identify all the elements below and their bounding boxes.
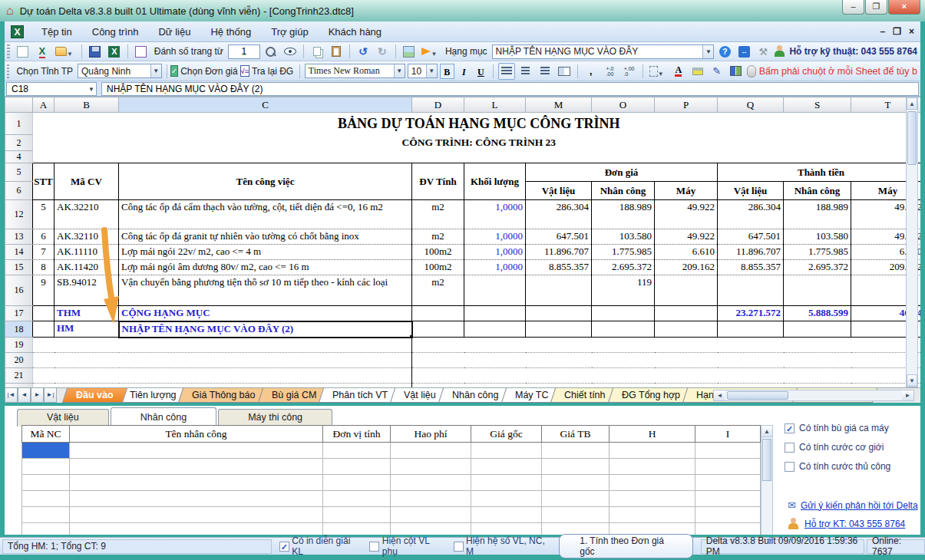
cell-tt-nc[interactable]: 103.580 xyxy=(784,229,851,245)
cell-tt-vl[interactable]: 8.855.357 xyxy=(718,260,784,275)
scroll-up-icon[interactable]: ▲ xyxy=(907,97,917,110)
cell-empty[interactable] xyxy=(471,443,542,459)
page-number-input[interactable] xyxy=(228,44,260,59)
cell-unit[interactable]: m2 xyxy=(412,275,464,306)
column-header-A[interactable]: A xyxy=(33,97,55,113)
fill-handle[interactable] xyxy=(409,334,412,338)
italic-button[interactable]: I xyxy=(457,64,471,79)
page-setup-button[interactable] xyxy=(133,43,150,60)
col-h[interactable]: H xyxy=(610,426,695,443)
row-header[interactable]: 4 xyxy=(5,151,33,163)
cell-empty[interactable] xyxy=(70,475,323,491)
col-don-vi-tinh[interactable]: Đơn vị tính xyxy=(323,426,391,443)
header-dg-vat-lieu[interactable]: Vật liệu xyxy=(526,182,592,200)
cell-empty[interactable] xyxy=(695,475,761,491)
header-tt-vat-lieu[interactable]: Vật liệu xyxy=(718,182,784,200)
cell-dg-may[interactable] xyxy=(655,275,718,306)
cell-ma-cv[interactable]: AK.32110 xyxy=(55,229,119,245)
cell-stt[interactable]: 8 xyxy=(33,260,55,275)
row-header[interactable]: 19 xyxy=(5,338,33,353)
export-excel-button[interactable]: X xyxy=(34,43,51,60)
cell-empty[interactable] xyxy=(412,321,464,338)
support-link[interactable]: Hỗ trợ KT: 043 555 8764 xyxy=(804,519,905,529)
decrease-decimal-button[interactable]: +.00.0 xyxy=(621,63,638,80)
cell-stt[interactable]: 9 xyxy=(33,275,55,306)
scrollbar-thumb[interactable] xyxy=(727,391,788,400)
chevron-down-icon[interactable]: ▼ xyxy=(702,45,713,58)
cell-cong-hang-muc[interactable]: CỘNG HẠNG MỤC xyxy=(119,306,412,321)
cell-total-nc[interactable]: 5.888.599 xyxy=(784,306,851,321)
cell-empty[interactable] xyxy=(542,459,610,475)
cell-stt[interactable]: 6 xyxy=(33,229,55,245)
row-header[interactable]: 14 xyxy=(5,245,33,260)
cell-dg-may[interactable]: 49.922 xyxy=(655,229,718,245)
cell-empty[interactable] xyxy=(526,306,592,321)
view-button[interactable] xyxy=(282,43,299,60)
cell-empty[interactable] xyxy=(33,353,119,368)
cell-empty[interactable] xyxy=(471,491,542,507)
tools-button[interactable]: ⚒ xyxy=(755,43,771,60)
borders-button[interactable]: ▼ xyxy=(647,63,667,80)
status-option-he-so[interactable]: Hiện hệ số VL, NC, M xyxy=(448,539,552,554)
labor-table-scrollbar[interactable]: ▲ xyxy=(761,425,773,535)
tab-gia-thong-bao[interactable]: Giá Thông báo xyxy=(178,388,269,403)
cell-ten[interactable]: Lợp mái ngói 22v/ m2, cao <= 4 m xyxy=(119,245,412,260)
menu-help[interactable]: Trợ giúp xyxy=(261,23,319,41)
cell-dg-nc[interactable]: 2.695.372 xyxy=(592,260,655,275)
formula-input[interactable]: NHẬP TÊN HẠNG MỤC VÀO ĐÂY (2) xyxy=(101,82,919,96)
sheet-subtitle-cell[interactable]: CÔNG TRÌNH: CÔNG TRÌNH 23 xyxy=(33,135,921,151)
cell-empty[interactable] xyxy=(22,523,70,535)
save-button[interactable] xyxy=(87,43,104,60)
cell-unit[interactable]: 100m2 xyxy=(412,245,464,260)
copy-button[interactable] xyxy=(309,43,325,60)
cell-empty[interactable] xyxy=(323,443,391,459)
cell-tt-nc[interactable]: 188.989 xyxy=(784,200,851,229)
cell-empty[interactable] xyxy=(610,491,695,507)
cell-empty[interactable] xyxy=(391,507,471,523)
column-header-L[interactable]: L xyxy=(464,97,526,113)
menu-customer[interactable]: Khách hàng xyxy=(319,23,391,41)
cell-ten[interactable]: Vận chuyển bằng phương tiện thô sơ 10 m … xyxy=(119,275,412,306)
row-header[interactable]: 20 xyxy=(5,353,33,368)
cell-empty[interactable] xyxy=(784,321,851,338)
cell-empty[interactable] xyxy=(542,491,610,507)
column-header-S[interactable]: S xyxy=(784,97,851,113)
row-header[interactable]: 13 xyxy=(5,229,33,245)
excel-button[interactable]: X xyxy=(106,43,123,60)
align-left-button[interactable] xyxy=(498,63,515,80)
cell-tt-vl[interactable] xyxy=(718,275,784,306)
cell-empty[interactable] xyxy=(610,523,695,535)
cell-empty[interactable] xyxy=(695,491,761,507)
chevron-down-icon[interactable]: ▼ xyxy=(150,64,161,77)
checkbox-icon[interactable] xyxy=(369,542,379,552)
next-sheet-icon[interactable]: ► xyxy=(31,388,44,403)
scroll-left-icon[interactable]: ◄ xyxy=(714,390,725,400)
province-combobox[interactable]: Quảng Ninh ▼ xyxy=(78,64,162,78)
cell-empty[interactable] xyxy=(323,459,391,475)
undo-button[interactable]: ↺ xyxy=(355,43,372,60)
mdi-restore-icon[interactable]: ❐ xyxy=(893,26,901,37)
cell-empty[interactable] xyxy=(323,475,391,491)
underline-button[interactable]: U xyxy=(474,64,488,79)
cell-unit[interactable]: m2 xyxy=(412,200,464,229)
cell-empty[interactable] xyxy=(655,321,718,338)
cell-empty[interactable] xyxy=(391,443,471,459)
cell-empty[interactable] xyxy=(119,338,412,353)
cell-empty[interactable] xyxy=(695,443,761,459)
cell-empty[interactable] xyxy=(22,475,70,491)
sheet-title-cell[interactable]: BẢNG DỰ TOÁN HẠNG MỤC CÔNG TRÌNH xyxy=(33,113,921,135)
cell-empty[interactable] xyxy=(542,475,610,491)
menu-project[interactable]: Công trình xyxy=(82,23,149,41)
cell-dg-nc[interactable]: 119 xyxy=(592,275,655,306)
cell-empty[interactable] xyxy=(70,443,323,459)
row-header[interactable]: 21 xyxy=(5,368,33,384)
cell-empty[interactable] xyxy=(695,507,761,523)
cell-unit[interactable]: m2 xyxy=(412,229,464,245)
column-header-O[interactable]: O xyxy=(592,97,655,113)
redo-button[interactable]: ↻ xyxy=(374,43,391,60)
category-combobox[interactable]: NHẬP TÊN HẠNG MỤC VÀO ĐÂY ▼ xyxy=(492,44,715,59)
cell-tt-vl[interactable]: 647.501 xyxy=(718,229,784,245)
col-i[interactable]: I xyxy=(695,426,761,443)
cell-empty[interactable] xyxy=(391,459,471,475)
cell-qty[interactable]: 1,0000 xyxy=(464,245,526,260)
